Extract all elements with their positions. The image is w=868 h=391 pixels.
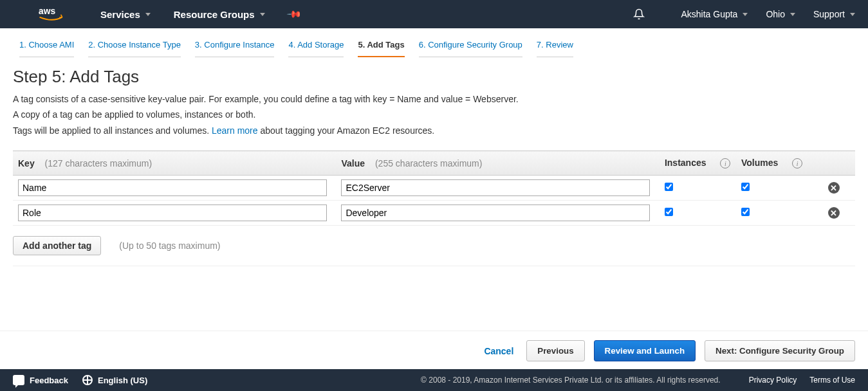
volumes-checkbox[interactable]: [741, 183, 750, 191]
delete-header: [813, 151, 855, 176]
aws-logo-icon: aws: [39, 5, 68, 23]
wizard-step-3[interactable]: 3. Configure Instance: [195, 40, 275, 57]
top-nav: aws Services Resource Groups 📌 Akshita G…: [0, 0, 868, 28]
services-menu[interactable]: Services: [100, 9, 151, 20]
wizard-step-1[interactable]: 1. Choose AMI: [19, 40, 74, 57]
info-icon[interactable]: i: [720, 158, 730, 168]
account-menu[interactable]: Akshita Gupta: [681, 9, 748, 19]
svg-text:aws: aws: [39, 6, 55, 16]
tag-value-input[interactable]: [341, 179, 650, 196]
instances-header-label: Instances: [665, 158, 706, 168]
account-name: Akshita Gupta: [681, 9, 737, 19]
chevron-down-icon: [743, 13, 748, 16]
wizard-step-2[interactable]: 2. Choose Instance Type: [88, 40, 181, 57]
pin-icon: 📌: [286, 6, 302, 23]
instances-checkbox[interactable]: [665, 208, 673, 216]
pin-button[interactable]: 📌: [288, 8, 300, 20]
volumes-header-label: Volumes: [741, 158, 778, 168]
action-bar: Cancel Previous Review and Launch Next: …: [0, 331, 868, 370]
wizard-step-5[interactable]: 5. Add Tags: [358, 40, 404, 57]
volumes-checkbox[interactable]: [741, 208, 750, 216]
region-name: Ohio: [766, 9, 785, 19]
wizard-step-7[interactable]: 7. Review: [537, 40, 573, 57]
add-tag-row: Add another tag (Up to 50 tags maximum): [13, 226, 855, 266]
page-desc-3: Tags will be applied to all instances an…: [13, 123, 855, 138]
page-desc-1: A tag consists of a case-sensitive key-v…: [13, 92, 855, 106]
previous-button[interactable]: Previous: [526, 340, 584, 361]
wizard-step-4[interactable]: 4. Add Storage: [288, 40, 344, 57]
tag-key-input[interactable]: [18, 205, 327, 221]
footer: Feedback English (US) © 2008 - 2019, Ama…: [0, 369, 868, 370]
page-title: Step 5: Add Tags: [13, 67, 855, 87]
wizard-steps: 1. Choose AMI2. Choose Instance Type3. C…: [0, 28, 868, 57]
chevron-down-icon: [145, 13, 151, 16]
aws-logo[interactable]: aws: [39, 5, 68, 23]
learn-more-link[interactable]: Learn more: [212, 125, 258, 136]
region-menu[interactable]: Ohio: [766, 9, 795, 19]
instances-header: Instances i: [660, 151, 736, 176]
notifications-button[interactable]: [633, 8, 663, 20]
chevron-down-icon: [260, 13, 265, 16]
review-and-launch-button[interactable]: Review and Launch: [594, 340, 696, 361]
value-header-label: Value: [341, 158, 365, 168]
key-header-hint: (127 characters maximum): [45, 158, 152, 168]
tag-key-input[interactable]: [18, 179, 327, 196]
bell-icon: [633, 8, 645, 20]
chevron-down-icon: [790, 13, 795, 16]
add-another-tag-button[interactable]: Add another tag: [13, 236, 101, 255]
wizard-step-6[interactable]: 6. Configure Security Group: [419, 40, 522, 57]
next-configure-security-group-button[interactable]: Next: Configure Security Group: [705, 340, 855, 361]
tag-value-input[interactable]: [341, 205, 650, 221]
add-tag-hint: (Up to 50 tags maximum): [119, 241, 220, 251]
value-header-hint: (255 characters maximum): [375, 158, 483, 168]
volumes-header: Volumes i: [736, 151, 813, 176]
info-icon[interactable]: i: [792, 158, 802, 168]
page-desc-3-prefix: Tags will be applied to all instances an…: [13, 125, 212, 136]
tag-row: ✕: [13, 176, 855, 201]
support-label: Support: [813, 9, 845, 19]
delete-tag-icon[interactable]: ✕: [828, 182, 840, 194]
resource-groups-menu[interactable]: Resource Groups: [174, 9, 265, 20]
page-desc-2: A copy of a tag can be applied to volume…: [13, 107, 855, 122]
main-content: Step 5: Add Tags A tag consists of a cas…: [0, 57, 868, 266]
key-header: Key (127 characters maximum): [13, 151, 336, 176]
key-header-label: Key: [18, 158, 35, 168]
tags-table: Key (127 characters maximum) Value (255 …: [13, 150, 855, 226]
value-header: Value (255 characters maximum): [336, 151, 659, 176]
services-label: Services: [100, 9, 140, 20]
support-menu[interactable]: Support: [813, 9, 855, 19]
chevron-down-icon: [850, 13, 855, 16]
delete-tag-icon[interactable]: ✕: [828, 207, 840, 219]
instances-checkbox[interactable]: [665, 183, 673, 191]
resource-groups-label: Resource Groups: [174, 9, 255, 20]
page-desc-3-suffix: about tagging your Amazon EC2 resources.: [258, 125, 435, 136]
cancel-link[interactable]: Cancel: [484, 346, 513, 356]
tag-row: ✕: [13, 201, 855, 226]
